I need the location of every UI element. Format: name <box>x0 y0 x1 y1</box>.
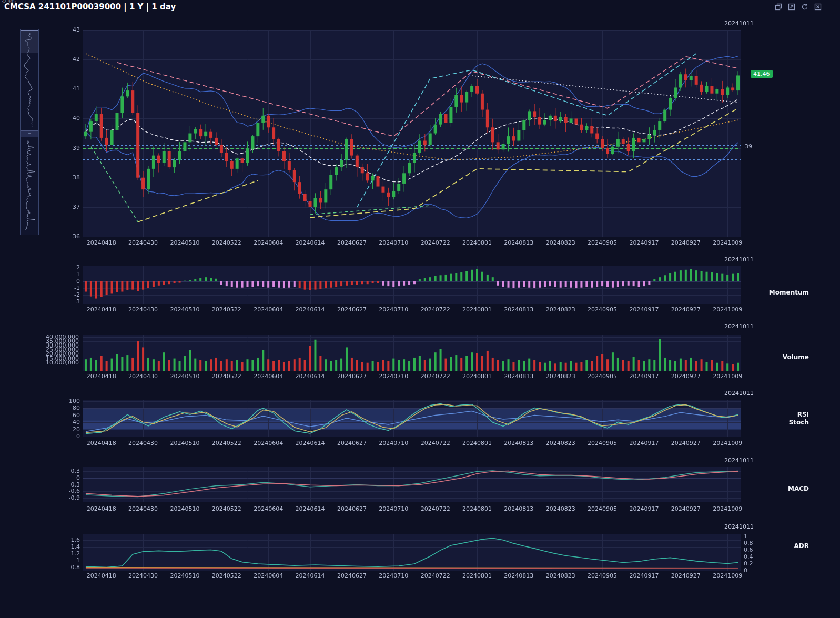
x-axis-label: 20240418 <box>83 505 120 512</box>
y-axis-label: 100 <box>56 398 80 404</box>
x-axis-label: 20240823 <box>542 306 579 313</box>
x-axis-label: 20240823 <box>542 572 579 579</box>
x-axis-label: 20240604 <box>250 239 287 246</box>
x-axis-label: 20241009 <box>709 239 746 246</box>
y-axis-label: 1 <box>56 557 80 564</box>
window-restore-icon[interactable] <box>774 3 783 11</box>
x-axis-label: 20240614 <box>292 239 329 246</box>
y-axis-label-right: 0.4 <box>744 553 760 560</box>
y-axis-label-right: 0.6 <box>744 546 760 553</box>
y-axis-label: -0.3 <box>56 481 80 488</box>
x-axis-label: 20240604 <box>250 306 287 313</box>
y-axis-label: -2 <box>56 291 80 298</box>
y-axis-label: 1 <box>56 271 80 278</box>
x-axis-label: 20240614 <box>292 572 329 579</box>
x-axis-label: 20240927 <box>667 572 704 579</box>
x-axis-label: 20240510 <box>166 505 203 512</box>
x-axis-label: 20240418 <box>83 373 120 380</box>
panel-date-label: 20241011 <box>724 390 754 397</box>
panel-date-label: 20241011 <box>724 20 754 27</box>
x-axis-label: 20240627 <box>333 572 370 579</box>
x-axis-label: 20240430 <box>125 239 161 246</box>
panel-label-macd: MACD <box>788 485 809 492</box>
x-axis-label: 20240604 <box>250 440 287 447</box>
y-axis-label: 10,000,000 <box>44 359 79 366</box>
x-axis-label: 20240917 <box>625 373 662 380</box>
last-price-tag: 41.46 <box>751 70 773 78</box>
x-axis-label: 20240522 <box>208 373 245 380</box>
page-title: CMCSA 241101P00039000 | 1 Y | 1 day <box>4 2 176 12</box>
x-axis-label: 20240710 <box>375 505 412 512</box>
x-axis-label: 20240614 <box>292 505 329 512</box>
x-axis-label: 20240430 <box>125 505 161 512</box>
price-level-label: 39 <box>745 143 752 150</box>
x-axis-label: 20240917 <box>625 505 662 512</box>
macd-chart-canvas[interactable] <box>83 467 741 502</box>
panel-date-label: 20241011 <box>724 323 754 330</box>
x-axis-label: 20240510 <box>166 306 203 313</box>
panel-date-label: 20241011 <box>724 256 754 263</box>
x-axis-label: 20240905 <box>584 572 621 579</box>
x-axis-label: 20241009 <box>709 373 746 380</box>
volume-chart-canvas[interactable] <box>83 335 741 371</box>
rsi-stoch-chart-canvas[interactable] <box>83 400 741 437</box>
x-axis-label: 20240627 <box>333 505 370 512</box>
y-axis-label: 20,000,000 <box>44 350 79 357</box>
x-axis-label: 20241009 <box>709 306 746 313</box>
y-axis-label: 36 <box>56 233 80 240</box>
x-axis-label: 20240604 <box>250 505 287 512</box>
x-axis-label: 20240823 <box>542 505 579 512</box>
x-axis-label: 20240510 <box>166 572 203 579</box>
x-axis-label: 20240614 <box>292 440 329 447</box>
x-axis-label: 20240430 <box>125 306 161 313</box>
window-controls <box>774 3 822 11</box>
x-axis-label: 20240430 <box>125 440 161 447</box>
x-axis-label: 20240418 <box>83 306 120 313</box>
x-axis-label: 20240823 <box>542 440 579 447</box>
y-axis-label: 0.8 <box>56 564 80 571</box>
window-popout-icon[interactable] <box>787 3 796 11</box>
y-axis-label: 37 <box>56 204 80 210</box>
x-axis-label: 20240510 <box>166 239 203 246</box>
y-axis-label: 15,000,000 <box>44 355 79 362</box>
navigator-selection[interactable] <box>21 30 38 53</box>
y-axis-label: 40,000,000 <box>44 333 79 340</box>
y-axis-label-right: 0 <box>744 567 760 574</box>
navigator-handle[interactable]: ≡ <box>21 130 38 137</box>
x-axis-label: 20240905 <box>584 306 621 313</box>
x-axis-label: 20240813 <box>500 440 537 447</box>
x-axis-label: 20240522 <box>208 440 245 447</box>
adr-chart-canvas[interactable] <box>83 534 741 571</box>
y-axis-label-right: 1 <box>744 533 760 540</box>
x-axis-label: 20240710 <box>375 440 412 447</box>
x-axis-label: 20240430 <box>125 373 161 380</box>
panel-label-adr: ADR <box>794 542 809 550</box>
x-axis-label: 20240604 <box>250 572 287 579</box>
x-axis-label: 20240823 <box>542 239 579 246</box>
y-axis-label: 30,000,000 <box>44 342 79 349</box>
close-icon[interactable] <box>814 3 822 11</box>
x-axis-label: 20240710 <box>375 306 412 313</box>
x-axis-label: 20240627 <box>333 239 370 246</box>
y-axis-label: 60 <box>56 412 80 419</box>
x-axis-label: 20240418 <box>83 440 120 447</box>
y-axis-label: 0.3 <box>56 468 80 474</box>
price-chart-canvas[interactable] <box>83 30 741 237</box>
y-axis-label: 41 <box>56 85 80 92</box>
y-axis-label: -0.6 <box>56 488 80 494</box>
panel-date-label: 20241011 <box>724 457 754 464</box>
refresh-icon[interactable] <box>801 3 809 11</box>
x-axis-label: 20240418 <box>83 239 120 246</box>
y-axis-label: 0 <box>56 278 80 285</box>
x-axis-label: 20240722 <box>417 239 454 246</box>
x-axis-label: 20240813 <box>500 239 537 246</box>
x-axis-label: 20240905 <box>584 505 621 512</box>
x-axis-label: 20240418 <box>83 572 120 579</box>
x-axis-label: 20240710 <box>375 572 412 579</box>
momentum-chart-canvas[interactable] <box>83 266 741 304</box>
x-axis-label: 20240927 <box>667 306 704 313</box>
y-axis-label: 0 <box>56 474 80 481</box>
x-axis-label: 20240627 <box>333 373 370 380</box>
x-axis-label: 20240722 <box>417 505 454 512</box>
x-axis-label: 20240801 <box>459 572 495 579</box>
